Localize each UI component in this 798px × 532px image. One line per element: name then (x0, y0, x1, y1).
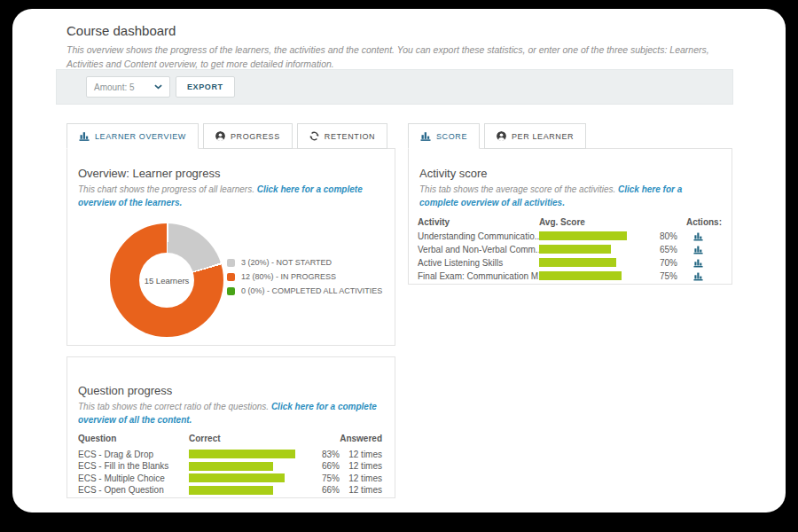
user-icon (497, 131, 506, 141)
action-cell (686, 231, 719, 241)
score-bar-fill (539, 231, 627, 240)
chevron-down-icon (154, 84, 162, 90)
correct-bar-track (189, 462, 317, 471)
panel-description: This tab shows the correct ratio of the … (78, 400, 382, 426)
learner-overview-panel: Overview: Learner progress This chart sh… (66, 148, 395, 346)
page-title: Course dashboard (66, 23, 176, 38)
correct-bar (189, 473, 317, 482)
correct-bar-track (189, 486, 317, 495)
correct-value: 66% (317, 461, 340, 471)
question-name: ECS - Open Question (78, 485, 189, 495)
correct-bar-fill (189, 473, 285, 482)
correct-bar-track (189, 473, 317, 482)
legend-item: 3 (20%) - NOT STARTED (227, 258, 382, 267)
score-value: 80% (649, 231, 686, 241)
score-value: 65% (649, 245, 686, 254)
legend-label: 3 (20%) - NOT STARTED (241, 258, 332, 267)
table-header-row: Question Correct Answered (78, 431, 382, 446)
table-row: ECS - Multiple Choice 75% 12 times (78, 473, 382, 485)
legend-item: 12 (80%) - IN PROGRESS (227, 272, 382, 281)
question-name: ECS - Multiple Choice (78, 473, 189, 483)
learner-tab-group: LEARNER OVERVIEW PROGRESS RETENTION (66, 123, 387, 149)
correct-bar-fill (189, 462, 273, 471)
panel-description-text: This tab shows the correct ratio of the … (78, 402, 269, 411)
answered-value: 12 times (340, 450, 382, 459)
tab-score[interactable]: SCORE (408, 123, 480, 149)
column-header-actions: Actions: (686, 217, 722, 227)
dashboard-card: Course dashboard This overview shows the… (12, 9, 786, 512)
donut-center: 15 Learners (139, 253, 194, 308)
score-value: 70% (649, 258, 686, 268)
legend-label: 12 (80%) - IN PROGRESS (241, 272, 336, 281)
correct-bar (189, 450, 317, 458)
column-header-score: Avg. Score (539, 217, 649, 227)
page-description: This overview shows the progress of the … (66, 43, 742, 72)
column-header-answered: Answered (340, 434, 382, 443)
correct-bar-track (189, 450, 317, 458)
panel-title: Overview: Learner progress (78, 167, 384, 181)
correct-bar-fill (189, 450, 295, 458)
correct-value: 66% (317, 485, 340, 495)
action-cell (686, 271, 719, 281)
activity-name: Active Listening Skills (418, 258, 539, 268)
score-tab-group: SCORE PER LEARNER (408, 123, 586, 149)
tab-label: PER LEARNER (512, 132, 574, 141)
score-bar (539, 245, 649, 254)
correct-bar (189, 462, 317, 471)
column-header-question: Question (78, 434, 189, 443)
table-row: ECS - Fill in the Blanks 66% 12 times (78, 460, 382, 473)
panel-title: Activity score (419, 167, 721, 181)
question-progress-panel: Question progress This tab shows the cor… (66, 356, 395, 498)
tab-retention[interactable]: RETENTION (297, 123, 387, 149)
legend-swatch (227, 273, 235, 281)
score-bar-track (539, 245, 649, 254)
action-cell (686, 245, 719, 254)
score-bar-fill (539, 271, 622, 280)
activity-stats-icon[interactable] (693, 258, 703, 268)
activity-score-panel: Activity score This tab shows the averag… (408, 148, 732, 285)
export-button[interactable]: EXPORT (176, 76, 235, 98)
score-bar-fill (539, 245, 611, 254)
table-row: Verbal and Non-Verbal Comm... 65% (418, 243, 719, 256)
legend-item: 0 (0%) - COMPLETED ALL ACTIVITIES (227, 286, 382, 295)
activity-stats-icon[interactable] (693, 245, 703, 254)
score-value: 75% (649, 271, 686, 281)
chart-legend: 3 (20%) - NOT STARTED 12 (80%) - IN PROG… (227, 258, 382, 295)
tab-progress[interactable]: PROGRESS (203, 123, 293, 149)
correct-value: 83% (317, 450, 340, 459)
tab-per-learner[interactable]: PER LEARNER (484, 123, 586, 149)
score-bar (539, 271, 649, 280)
bar-chart-icon (420, 131, 431, 141)
correct-bar-fill (189, 486, 273, 495)
tab-learner-overview[interactable]: LEARNER OVERVIEW (66, 123, 199, 149)
panel-title: Question progress (78, 384, 384, 398)
panel-description-text: This chart shows the progress of all lea… (78, 184, 254, 194)
panel-description: This tab shows the average score of the … (419, 183, 719, 209)
activity-name: Verbal and Non-Verbal Comm... (418, 245, 539, 254)
correct-bar (189, 486, 317, 495)
amount-select-value: Amount: 5 (94, 82, 135, 92)
question-name: ECS - Drag & Drop (78, 450, 189, 459)
tab-label: SCORE (436, 132, 467, 141)
score-bar (539, 231, 649, 240)
answered-value: 12 times (340, 485, 382, 495)
legend-swatch (227, 259, 235, 267)
activity-stats-icon[interactable] (693, 271, 703, 281)
toolbar: Amount: 5 EXPORT (56, 69, 733, 105)
amount-select[interactable]: Amount: 5 (86, 76, 170, 98)
panel-description: This chart shows the progress of all lea… (78, 183, 382, 209)
score-bar-fill (539, 258, 616, 267)
score-bar-track (539, 258, 649, 267)
activity-stats-icon[interactable] (693, 231, 703, 241)
panel-description-text: This tab shows the average score of the … (419, 184, 615, 194)
score-bar (539, 258, 649, 267)
legend-label: 0 (0%) - COMPLETED ALL ACTIVITIES (241, 286, 382, 295)
table-row: Understanding Communicatio... 80% (418, 230, 719, 243)
legend-swatch (227, 287, 235, 295)
learner-progress-donut: 15 Learners (110, 223, 223, 337)
tab-label: PROGRESS (231, 132, 280, 141)
answered-value: 12 times (340, 473, 382, 483)
correct-value: 75% (317, 473, 340, 483)
table-row: ECS - Drag & Drop 83% 12 times (78, 449, 382, 461)
tab-label: RETENTION (325, 132, 375, 141)
